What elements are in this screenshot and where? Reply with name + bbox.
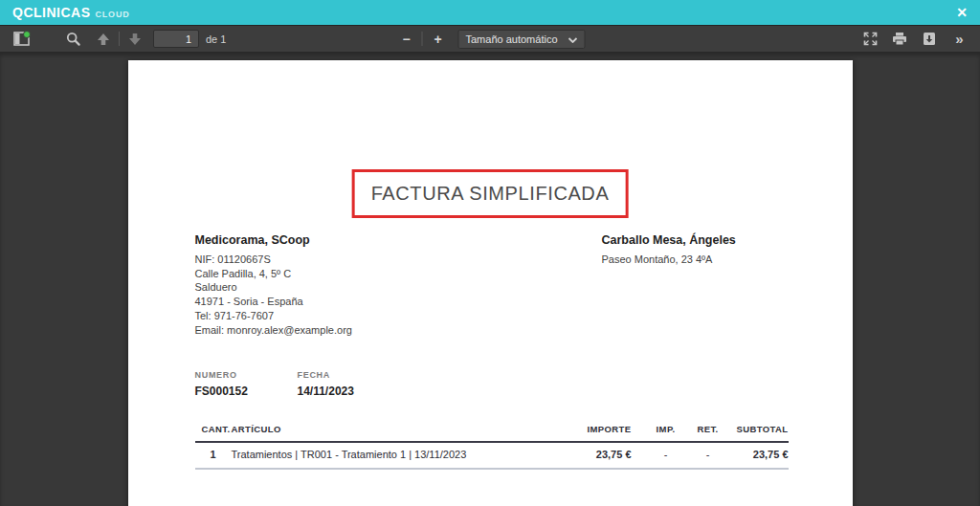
- customer-address-block: Carballo Mesa, Ángeles Paseo Montaño, 23…: [602, 233, 736, 267]
- printer-icon: [892, 32, 907, 46]
- pdf-viewer-area[interactable]: FACTURA SIMPLIFICADA Medicorama, SCoop N…: [0, 53, 980, 506]
- company-line: Salduero: [195, 280, 352, 295]
- toolbar-right-group: »: [858, 28, 972, 51]
- zoom-level-select[interactable]: Tamaño automático: [458, 30, 586, 49]
- invoice-title-highlight-box: FACTURA SIMPLIFICADA: [352, 169, 629, 218]
- toolbar-separator: [119, 32, 120, 46]
- invoice-number-block: NUMERO FS000152: [195, 370, 298, 398]
- page-navigation: de 1: [92, 28, 226, 51]
- expand-icon: [863, 32, 878, 46]
- invoice-date-block: FECHA 14/11/2023: [298, 370, 400, 398]
- app-header: QCLINICAS CLOUD ✕: [0, 0, 980, 25]
- previous-page-button[interactable]: [92, 28, 115, 51]
- invoice-date-label: FECHA: [298, 370, 400, 380]
- invoice-number-value: FS000152: [195, 385, 298, 398]
- company-line: Tel: 971-76-7607: [195, 309, 352, 323]
- cell-importe: 23,75 €: [565, 449, 632, 460]
- search-icon: [66, 32, 80, 46]
- download-icon: [923, 32, 936, 46]
- cell-articulo: Tratamientos | TR001 - Tratamiento 1 | 1…: [232, 449, 565, 460]
- company-address-block: Medicorama, SCoop NIF: 01120667S Calle P…: [195, 233, 352, 337]
- line-items-table: CANT. ARTÍCULO IMPORTE IMP. RET. SUBTOTA…: [195, 424, 789, 470]
- pdf-page: FACTURA SIMPLIFICADA Medicorama, SCoop N…: [128, 60, 853, 506]
- table-header-row: CANT. ARTÍCULO IMPORTE IMP. RET. SUBTOTA…: [195, 424, 789, 443]
- find-button[interactable]: [61, 28, 84, 51]
- toggle-sidebar-button[interactable]: [10, 28, 33, 51]
- app-brand-suffix: CLOUD: [96, 7, 130, 19]
- invoice-number-label: NUMERO: [195, 370, 298, 380]
- header-articulo: ARTÍCULO: [232, 424, 565, 434]
- zoom-out-button[interactable]: −: [395, 28, 418, 51]
- invoice-title: FACTURA SIMPLIFICADA: [371, 183, 610, 204]
- invoice-meta: NUMERO FS000152 FECHA 14/11/2023: [195, 370, 400, 398]
- print-button[interactable]: [888, 28, 911, 51]
- pdf-toolbar: de 1 − + Tamaño automático: [0, 25, 980, 53]
- arrow-up-icon: [97, 33, 110, 46]
- app-brand: QCLINICAS: [12, 5, 91, 20]
- header-cant: CANT.: [195, 424, 232, 434]
- company-line: 41971 - Soria - España: [195, 295, 352, 309]
- presentation-mode-button[interactable]: [858, 28, 881, 51]
- page-count-label: de 1: [206, 33, 226, 45]
- download-button[interactable]: [918, 28, 941, 51]
- zoom-controls: − + Tamaño automático: [395, 26, 586, 52]
- close-icon[interactable]: ✕: [956, 6, 968, 19]
- header-imp: IMP.: [647, 424, 685, 434]
- next-page-button[interactable]: [123, 28, 146, 51]
- company-line: Calle Padilla, 4, 5º C: [195, 267, 352, 281]
- zoom-level-value: Tamaño automático: [466, 33, 558, 45]
- company-line: Email: monroy.alex@example.org: [195, 323, 352, 338]
- customer-line: Paseo Montaño, 23 4ºA: [602, 253, 736, 267]
- notification-dot: [23, 31, 31, 38]
- customer-name: Carballo Mesa, Ángeles: [602, 233, 736, 248]
- cell-subtotal: 23,75 €: [727, 449, 789, 460]
- company-name: Medicorama, SCoop: [195, 233, 352, 248]
- arrow-down-icon: [128, 33, 142, 46]
- header-subtotal: SUBTOTAL: [727, 424, 789, 434]
- company-line: NIF: 01120667S: [195, 253, 352, 267]
- table-row: 1 Tratamientos | TR001 - Tratamiento 1 |…: [195, 443, 789, 470]
- zoom-in-button[interactable]: +: [427, 28, 450, 51]
- more-tools-button[interactable]: »: [947, 28, 970, 51]
- header-ret: RET.: [689, 424, 727, 434]
- cell-ret: -: [689, 449, 727, 460]
- page-number-input[interactable]: [153, 30, 199, 48]
- cell-imp: -: [647, 449, 685, 460]
- invoice-date-value: 14/11/2023: [298, 385, 400, 398]
- toolbar-separator: [422, 32, 423, 46]
- header-importe: IMPORTE: [565, 424, 632, 434]
- cell-cant: 1: [195, 449, 232, 460]
- chevron-down-icon: [568, 33, 578, 45]
